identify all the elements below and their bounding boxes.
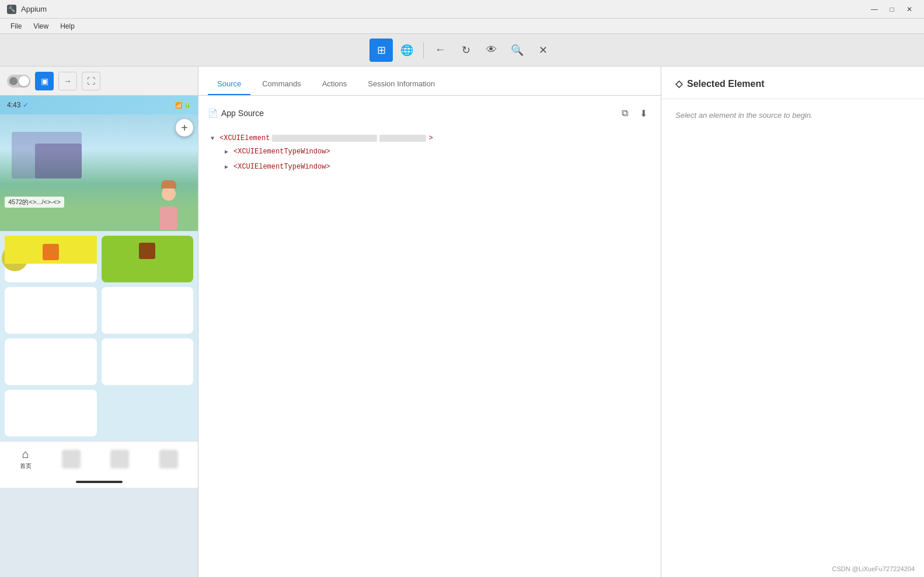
root-attr-blurred-2 bbox=[379, 135, 426, 142]
grid-card-6[interactable] bbox=[102, 338, 194, 385]
search-button[interactable]: 🔍 bbox=[505, 39, 529, 62]
tab-source[interactable]: Source bbox=[208, 75, 250, 95]
grid-card-2[interactable] bbox=[102, 236, 194, 282]
panel-content: 📄 App Source ⧉ ⬇ ▼ <XCUIElement bbox=[198, 96, 661, 577]
xml-tree: ▼ <XCUIElement > ▶ <XCUIElementTypeWindo… bbox=[208, 131, 651, 176]
screen-body: + 4572的<>.../<>-<> bbox=[0, 114, 198, 231]
grid-card-4[interactable] bbox=[102, 287, 194, 334]
cursor-button[interactable]: ▣ bbox=[35, 72, 54, 90]
grid-card-7[interactable] bbox=[5, 390, 97, 436]
tree-root-row[interactable]: ▼ <XCUIElement > bbox=[208, 132, 651, 144]
blurred-tab-1 bbox=[62, 450, 81, 468]
screen-status-bar: 4:43 ✓ 📶 🔋 bbox=[0, 96, 198, 114]
screen-icons: 📶 🔋 bbox=[175, 102, 191, 109]
tree-children: ▶ <XCUIElementTypeWindow> ▶ <XCUIElement… bbox=[208, 144, 651, 174]
close-button[interactable]: ✕ bbox=[902, 2, 917, 17]
root-attr-blurred bbox=[272, 135, 377, 142]
download-source-button[interactable]: ⬇ bbox=[635, 105, 651, 121]
right-panel: ◇ Selected Element Select an element in … bbox=[661, 67, 924, 577]
fullscreen-button[interactable]: ⛶ bbox=[82, 72, 100, 90]
tab-commands[interactable]: Commands bbox=[253, 75, 310, 95]
child-2-tag: <XCUIElementTypeWindow> bbox=[233, 163, 330, 171]
building-shape-2 bbox=[35, 144, 82, 179]
child-1-tag: <XCUIElementTypeWindow> bbox=[233, 148, 330, 156]
screen-grid bbox=[0, 231, 198, 441]
minimize-button[interactable]: — bbox=[867, 2, 882, 17]
tree-child-1-node: ▶ <XCUIElementTypeWindow> bbox=[222, 144, 651, 159]
main-content: ▣ → ⛶ 4:43 ✓ 📶 🔋 bbox=[0, 67, 924, 577]
toolbar: ⊞ 🌐 ← ↻ 👁 🔍 ✕ bbox=[0, 34, 924, 67]
panel-tabs: Source Commands Actions Session Informat… bbox=[198, 67, 661, 96]
char-head bbox=[162, 187, 176, 201]
grid-card-1[interactable] bbox=[5, 236, 97, 282]
tree-child-1-row[interactable]: ▶ <XCUIElementTypeWindow> bbox=[222, 146, 651, 158]
title-bar: 🔧 Appium — □ ✕ bbox=[0, 0, 924, 19]
screen-label: 4572的<>.../<>-<> bbox=[5, 197, 64, 208]
character-figure bbox=[157, 179, 180, 225]
add-button[interactable]: + bbox=[176, 119, 193, 137]
app-source-label: App Source bbox=[221, 109, 264, 118]
tab-session-info[interactable]: Session Information bbox=[358, 75, 444, 95]
right-panel-header: ◇ Selected Element bbox=[661, 67, 924, 99]
left-panel: ▣ → ⛶ 4:43 ✓ 📶 🔋 bbox=[0, 67, 198, 577]
char-body bbox=[160, 207, 177, 230]
document-icon: 📄 bbox=[208, 109, 218, 118]
tab-blurred-1[interactable] bbox=[62, 450, 81, 468]
expand-child-2[interactable]: ▶ bbox=[222, 162, 231, 172]
refresh-button[interactable]: ↻ bbox=[454, 39, 477, 62]
copy-source-button[interactable]: ⧉ bbox=[616, 105, 633, 121]
select-hint: Select an element in the source to begin… bbox=[675, 111, 813, 120]
app-source-title: 📄 App Source bbox=[208, 109, 264, 118]
toggle-dot bbox=[9, 77, 18, 85]
grid-card-5[interactable] bbox=[5, 338, 97, 385]
grid-view-button[interactable]: ⊞ bbox=[369, 39, 393, 62]
watermark: CSDN @LiXueFu727224204 bbox=[832, 565, 915, 572]
title-bar-left: 🔧 Appium bbox=[7, 5, 47, 14]
selected-element-title: ◇ Selected Element bbox=[675, 78, 910, 89]
tree-root-node: ▼ <XCUIElement > ▶ <XCUIElementTypeWindo… bbox=[208, 131, 651, 176]
toolbar-divider-1 bbox=[423, 42, 424, 58]
selected-element-icon: ◇ bbox=[675, 78, 682, 89]
phone-screen: 4:43 ✓ 📶 🔋 + 4572的<>.../<>-<> bbox=[0, 96, 198, 577]
bottom-bar bbox=[0, 476, 198, 488]
expand-child-1[interactable]: ▶ bbox=[222, 147, 231, 156]
tab-blurred-2[interactable] bbox=[110, 450, 129, 468]
app-icon: 🔧 bbox=[7, 5, 16, 14]
root-tag-end: > bbox=[428, 134, 433, 142]
screen-time: 4:43 ✓ bbox=[7, 101, 29, 109]
screen-tabs: ⌂ 首页 bbox=[0, 441, 198, 476]
char-hair bbox=[161, 180, 176, 188]
globe-button[interactable]: 🌐 bbox=[395, 39, 419, 62]
menu-help[interactable]: Help bbox=[54, 21, 81, 32]
app-title: Appium bbox=[21, 5, 47, 13]
right-panel-body: Select an element in the source to begin… bbox=[661, 99, 924, 577]
left-panel-toolbar: ▣ → ⛶ bbox=[0, 67, 198, 96]
tab-blurred-3[interactable] bbox=[159, 450, 178, 468]
app-source-header: 📄 App Source ⧉ ⬇ bbox=[208, 105, 651, 121]
selected-element-label: Selected Element bbox=[687, 79, 765, 89]
blurred-tab-3 bbox=[159, 450, 178, 468]
menu-file[interactable]: File bbox=[5, 21, 27, 32]
toolbar-close-button[interactable]: ✕ bbox=[531, 39, 555, 62]
toggle-switch[interactable] bbox=[7, 75, 30, 88]
brown-square bbox=[139, 243, 155, 259]
tab-home[interactable]: ⌂ 首页 bbox=[20, 447, 32, 470]
middle-panel: Source Commands Actions Session Informat… bbox=[198, 67, 661, 577]
back-button[interactable]: ← bbox=[428, 39, 452, 62]
tree-child-2-node: ▶ <XCUIElementTypeWindow> bbox=[222, 159, 651, 174]
eye-button[interactable]: 👁 bbox=[480, 39, 503, 62]
blurred-tab-2 bbox=[110, 450, 129, 468]
grid-card-3[interactable] bbox=[5, 287, 97, 334]
maximize-button[interactable]: □ bbox=[884, 2, 899, 17]
title-bar-controls: — □ ✕ bbox=[867, 2, 917, 17]
menu-view[interactable]: View bbox=[27, 21, 54, 32]
swipe-button[interactable]: → bbox=[58, 72, 77, 90]
expand-root[interactable]: ▼ bbox=[208, 134, 217, 143]
app-source-actions: ⧉ ⬇ bbox=[616, 105, 651, 121]
tab-actions[interactable]: Actions bbox=[313, 75, 357, 95]
menu-bar: File View Help bbox=[0, 19, 924, 34]
orange-square bbox=[43, 244, 59, 260]
tree-child-2-row[interactable]: ▶ <XCUIElementTypeWindow> bbox=[222, 161, 651, 173]
home-indicator bbox=[76, 481, 123, 483]
home-tab-label: 首页 bbox=[20, 462, 32, 470]
